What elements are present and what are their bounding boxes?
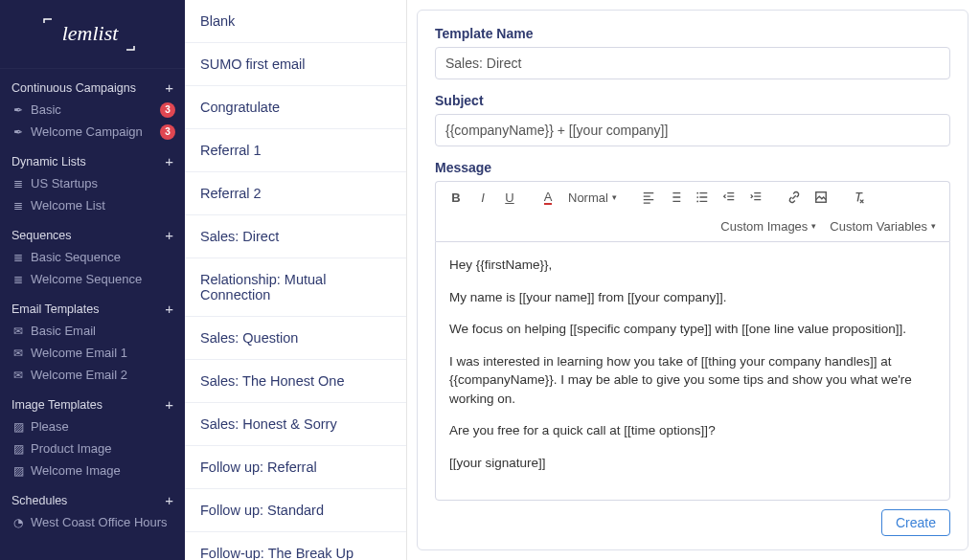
add-icon[interactable]: + bbox=[165, 228, 173, 242]
template-list-item[interactable]: Sales: The Honest One bbox=[185, 360, 406, 403]
sidebar-section-header: Email Templates+ bbox=[0, 296, 185, 320]
add-icon[interactable]: + bbox=[165, 493, 173, 507]
template-list: BlankSUMO first emailCongratulateReferra… bbox=[185, 0, 407, 560]
nav-icon: ≣ bbox=[11, 177, 25, 190]
sidebar-item-label: Basic Sequence bbox=[31, 250, 121, 264]
template-list-item[interactable]: Sales: Question bbox=[185, 317, 406, 360]
message-body[interactable]: Hey {{firstName}},My name is [[your name… bbox=[435, 241, 950, 501]
template-list-item[interactable]: Follow up: Referral bbox=[185, 446, 406, 489]
add-icon[interactable]: + bbox=[165, 80, 173, 95]
template-name-label: Template Name bbox=[435, 26, 950, 41]
template-list-item[interactable]: Sales: Direct bbox=[185, 215, 406, 258]
sidebar-item-label: Welcome Campaign bbox=[31, 124, 143, 139]
sidebar-item[interactable]: ≣Welcome Sequence bbox=[0, 268, 185, 290]
sidebar-item[interactable]: ✉Basic Email bbox=[0, 320, 185, 342]
nav-icon: ✒ bbox=[11, 103, 25, 117]
sidebar-item[interactable]: ✒Basic3 bbox=[0, 99, 185, 121]
image-button[interactable] bbox=[809, 186, 833, 209]
sidebar-item[interactable]: ✉Welcome Email 1 bbox=[0, 342, 185, 364]
underline-button[interactable]: U bbox=[497, 186, 522, 209]
sidebar-item[interactable]: ≣Basic Sequence bbox=[0, 246, 185, 268]
bold-button[interactable]: B bbox=[444, 186, 468, 209]
nav-icon: ✉ bbox=[11, 369, 25, 382]
nav-icon: ≣ bbox=[11, 199, 25, 213]
nav-icon: ◔ bbox=[11, 516, 25, 529]
subject-input[interactable] bbox=[435, 114, 950, 146]
sidebar-item[interactable]: ▨Welcome Image bbox=[0, 459, 185, 482]
custom-images-label: Custom Images bbox=[720, 219, 808, 234]
section-title: Image Templates bbox=[11, 398, 103, 412]
template-list-item[interactable]: SUMO first email bbox=[185, 43, 406, 86]
section-title: Dynamic Lists bbox=[11, 155, 86, 168]
template-list-item[interactable]: Referral 2 bbox=[185, 172, 406, 215]
sidebar-section-header: Continuous Campaigns+ bbox=[0, 75, 185, 99]
template-name-input[interactable] bbox=[435, 47, 950, 79]
message-label: Message bbox=[435, 160, 950, 175]
sidebar-item[interactable]: ✉Welcome Email 2 bbox=[0, 364, 185, 386]
nav-icon: ▨ bbox=[11, 442, 25, 456]
nav-icon: ✉ bbox=[11, 347, 25, 360]
nav-icon: ▨ bbox=[11, 464, 25, 478]
create-button[interactable]: Create bbox=[881, 509, 950, 536]
unordered-list-button[interactable] bbox=[690, 186, 715, 209]
svg-point-2 bbox=[696, 201, 698, 203]
indent-button[interactable] bbox=[743, 186, 768, 209]
sidebar-section-header: Dynamic Lists+ bbox=[0, 148, 185, 172]
template-list-item[interactable]: Referral 1 bbox=[185, 129, 406, 172]
section-title: Continuous Campaigns bbox=[11, 81, 136, 95]
sidebar-item-label: Welcome Sequence bbox=[31, 272, 142, 286]
sidebar-item-label: Welcome Image bbox=[31, 463, 121, 478]
section-title: Email Templates bbox=[11, 302, 99, 316]
sidebar-item[interactable]: ≣Welcome List bbox=[0, 194, 185, 216]
template-list-item[interactable]: Follow-up: The Break Up bbox=[185, 532, 406, 560]
nav-icon: ✒ bbox=[11, 125, 25, 139]
nav-icon: ▨ bbox=[11, 420, 25, 434]
text-color-button[interactable]: A bbox=[536, 186, 560, 209]
add-icon[interactable]: + bbox=[165, 397, 173, 412]
editor-card: Template Name Subject Message B I U A No… bbox=[417, 10, 969, 550]
italic-button[interactable]: I bbox=[470, 186, 495, 209]
sidebar: lemlist Continuous Campaigns+✒Basic3✒Wel… bbox=[0, 0, 185, 560]
paragraph-style-select[interactable]: Normal ▾ bbox=[562, 186, 623, 209]
clear-format-button[interactable] bbox=[847, 186, 872, 209]
message-toolbar: B I U A Normal ▾ bbox=[435, 181, 950, 241]
template-list-item[interactable]: Sales: Honest & Sorry bbox=[185, 403, 406, 446]
ordered-list-button[interactable] bbox=[663, 186, 688, 209]
sidebar-item[interactable]: ≣US Startups bbox=[0, 172, 185, 194]
sidebar-section-header: Sequences+ bbox=[0, 222, 185, 246]
template-list-item[interactable]: Relationship: Mutual Connection bbox=[185, 258, 406, 317]
nav-icon: ≣ bbox=[11, 251, 25, 264]
sidebar-item-label: Please bbox=[31, 419, 69, 434]
sidebar-item-label: Basic Email bbox=[31, 324, 96, 338]
sidebar-item-label: US Startups bbox=[31, 176, 98, 190]
notification-badge: 3 bbox=[160, 124, 175, 140]
caret-icon: ▾ bbox=[811, 221, 816, 231]
sidebar-item[interactable]: ▨Product Image bbox=[0, 437, 185, 459]
subject-label: Subject bbox=[435, 93, 950, 108]
add-icon[interactable]: + bbox=[165, 302, 173, 316]
align-left-button[interactable] bbox=[636, 186, 661, 209]
template-list-item[interactable]: Congratulate bbox=[185, 86, 406, 129]
message-paragraph: My name is [[your name]] from [[your com… bbox=[449, 288, 936, 307]
add-icon[interactable]: + bbox=[165, 154, 173, 168]
brand-text: lemlist bbox=[61, 21, 119, 45]
template-list-item[interactable]: Blank bbox=[185, 0, 406, 43]
sidebar-section-header: Schedules+ bbox=[0, 487, 185, 511]
sidebar-item[interactable]: ◔West Coast Office Hours bbox=[0, 511, 185, 533]
link-button[interactable] bbox=[782, 186, 807, 209]
brand-logo: lemlist bbox=[0, 0, 185, 69]
sidebar-item-label: Welcome Email 1 bbox=[31, 346, 127, 360]
message-paragraph: [[your signature]] bbox=[449, 454, 936, 473]
custom-variables-select[interactable]: Custom Variables ▾ bbox=[824, 214, 942, 237]
message-paragraph: We focus on helping [[specific company t… bbox=[449, 320, 936, 339]
custom-variables-label: Custom Variables bbox=[830, 219, 927, 234]
sidebar-item[interactable]: ▨Please bbox=[0, 415, 185, 437]
sidebar-section-header: Image Templates+ bbox=[0, 392, 185, 415]
nav-icon: ≣ bbox=[11, 273, 25, 286]
outdent-button[interactable] bbox=[717, 186, 741, 209]
sidebar-item[interactable]: ✒Welcome Campaign3 bbox=[0, 121, 185, 143]
caret-icon: ▾ bbox=[931, 221, 936, 231]
template-list-item[interactable]: Follow up: Standard bbox=[185, 489, 406, 532]
sidebar-item-label: West Coast Office Hours bbox=[31, 515, 168, 529]
custom-images-select[interactable]: Custom Images ▾ bbox=[715, 214, 822, 237]
